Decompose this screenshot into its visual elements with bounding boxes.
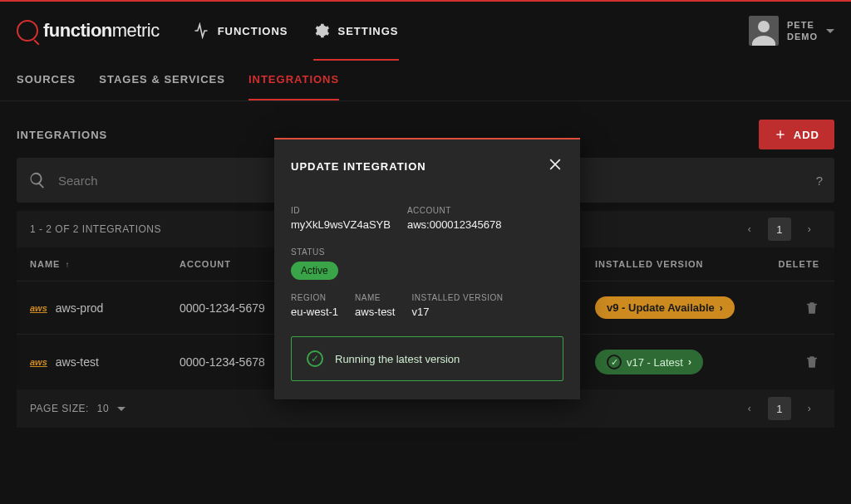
- field-value: v17: [411, 306, 503, 318]
- brand-icon: [17, 20, 38, 42]
- field-value: eu-west-1: [291, 306, 338, 318]
- aws-icon: aws: [30, 357, 47, 367]
- field-status: STATUS Active: [291, 247, 338, 280]
- user-menu[interactable]: PETE DEMO: [749, 16, 834, 46]
- field-label: REGION: [291, 293, 338, 302]
- pager-bottom: ‹ 1 ›: [738, 397, 821, 420]
- row-version: ✓ v17 - Latest ›: [595, 350, 761, 374]
- tab-stages-services[interactable]: STAGES & SERVICES: [99, 60, 225, 100]
- update-integration-modal: UPDATE INTEGRATION ID myXkL9wsVZ4aSYB AC…: [274, 138, 580, 399]
- version-label: v17 - Latest: [627, 356, 683, 369]
- th-delete: DELETE: [761, 259, 819, 269]
- table-summary: 1 - 2 OF 2 INTEGRATIONS: [30, 223, 161, 235]
- top-bar: functionmetric FUNCTIONS SETTINGS PETE D…: [0, 0, 851, 60]
- add-button-label: ADD: [794, 129, 819, 141]
- version-pill-update[interactable]: v9 - Update Available ›: [595, 296, 735, 319]
- close-icon: [547, 156, 563, 173]
- nav-settings[interactable]: SETTINGS: [313, 2, 399, 61]
- main-nav: FUNCTIONS SETTINGS: [193, 22, 399, 39]
- latest-version-box: ✓ Running the latest version: [291, 336, 563, 381]
- row-version: v9 - Update Available ›: [595, 296, 761, 319]
- page-size-control[interactable]: PAGE SIZE: 10: [30, 403, 125, 414]
- version-pill-latest[interactable]: ✓ v17 - Latest ›: [595, 350, 703, 374]
- chevron-down-icon: [826, 29, 834, 33]
- user-name: PETE DEMO: [787, 19, 818, 43]
- row-name: aws-prod: [56, 301, 104, 315]
- modal-title: UPDATE INTEGRATION: [291, 160, 426, 173]
- field-value: aws:000012345678: [407, 218, 502, 231]
- pager-top: ‹ 1 ›: [738, 218, 821, 241]
- modal-body: ID myXkL9wsVZ4aSYB ACCOUNT aws:000012345…: [274, 188, 580, 399]
- field-value: aws-test: [355, 306, 395, 318]
- pager-next[interactable]: ›: [798, 397, 821, 420]
- field-label: ACCOUNT: [407, 206, 502, 215]
- field-account: ACCOUNT aws:000012345678: [407, 206, 502, 231]
- field-label: NAME: [355, 293, 395, 302]
- row-name-cell[interactable]: aws aws-test: [30, 355, 180, 369]
- modal-row-1: ID myXkL9wsVZ4aSYB ACCOUNT aws:000012345…: [291, 206, 563, 280]
- pager-prev[interactable]: ‹: [738, 397, 761, 420]
- nav-functions-label: FUNCTIONS: [218, 25, 288, 37]
- check-circle-icon: ✓: [607, 355, 622, 369]
- field-value: myXkL9wsVZ4aSYB: [291, 218, 391, 231]
- add-button[interactable]: ADD: [759, 120, 834, 149]
- sub-nav: SOURCES STAGES & SERVICES INTEGRATIONS: [0, 60, 851, 101]
- tab-integrations[interactable]: INTEGRATIONS: [248, 60, 339, 100]
- row-delete: [761, 355, 819, 369]
- field-name: NAME aws-test: [355, 293, 395, 318]
- field-label: INSTALLED VERSION: [411, 293, 503, 302]
- field-installed: INSTALLED VERSION v17: [411, 293, 503, 318]
- activity-icon: [193, 22, 209, 39]
- avatar: [749, 16, 779, 46]
- row-name-cell[interactable]: aws aws-prod: [30, 301, 180, 315]
- page-size-label: PAGE SIZE:: [30, 403, 89, 414]
- nav-settings-label: SETTINGS: [338, 25, 399, 37]
- th-name-label: NAME: [30, 259, 60, 269]
- field-id: ID myXkL9wsVZ4aSYB: [291, 206, 391, 231]
- plus-icon: [774, 128, 787, 141]
- pager-next[interactable]: ›: [798, 218, 821, 241]
- brand-name-1: function: [43, 20, 112, 41]
- latest-version-message: Running the latest version: [335, 353, 460, 365]
- field-label: ID: [291, 206, 391, 215]
- chevron-right-icon: ›: [720, 302, 723, 314]
- modal-close-button[interactable]: [547, 156, 563, 176]
- brand-logo[interactable]: functionmetric: [17, 20, 160, 42]
- row-name: aws-test: [56, 355, 99, 369]
- brand-name-2: metric: [112, 20, 160, 41]
- pager-page[interactable]: 1: [768, 218, 791, 241]
- pager-prev[interactable]: ‹: [738, 218, 761, 241]
- user-name-line2: DEMO: [787, 31, 818, 42]
- chevron-right-icon: ›: [688, 356, 691, 368]
- field-label: STATUS: [291, 247, 338, 257]
- modal-row-2: REGION eu-west-1 NAME aws-test INSTALLED…: [291, 293, 563, 318]
- trash-icon[interactable]: [804, 301, 819, 316]
- check-circle-icon: ✓: [307, 350, 323, 367]
- sort-asc-icon: ↑: [65, 260, 70, 269]
- user-name-line1: PETE: [787, 19, 818, 31]
- tab-sources[interactable]: SOURCES: [17, 60, 76, 100]
- status-pill: Active: [291, 262, 338, 280]
- modal-header: UPDATE INTEGRATION: [274, 139, 580, 188]
- pager-page[interactable]: 1: [768, 397, 791, 420]
- th-installed[interactable]: INSTALLED VERSION: [595, 259, 761, 269]
- page-title: INTEGRATIONS: [17, 129, 107, 141]
- field-region: REGION eu-west-1: [291, 293, 338, 318]
- version-label: v9 - Update Available: [607, 301, 715, 314]
- trash-icon[interactable]: [804, 355, 819, 369]
- nav-functions[interactable]: FUNCTIONS: [193, 22, 288, 39]
- chevron-down-icon: [117, 407, 125, 411]
- gear-icon: [313, 22, 330, 39]
- page-size-value: 10: [97, 403, 109, 414]
- aws-icon: aws: [30, 303, 47, 313]
- row-delete: [761, 301, 819, 316]
- help-button[interactable]: ?: [816, 174, 823, 188]
- search-icon: [28, 171, 47, 189]
- th-name[interactable]: NAME↑: [30, 259, 180, 269]
